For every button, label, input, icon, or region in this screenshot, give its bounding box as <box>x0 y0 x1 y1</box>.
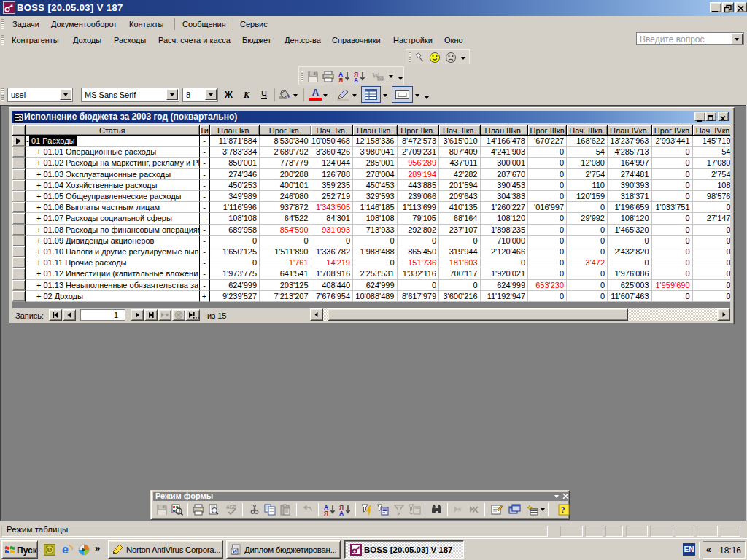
svg-text:W: W <box>232 548 238 555</box>
svg-text:e: e <box>62 543 69 556</box>
svg-text:А: А <box>339 509 344 516</box>
svg-text:Я: Я <box>338 77 343 83</box>
svg-text:Я: Я <box>324 509 328 516</box>
svg-text:?: ? <box>561 505 565 514</box>
svg-text:А: А <box>354 77 358 83</box>
